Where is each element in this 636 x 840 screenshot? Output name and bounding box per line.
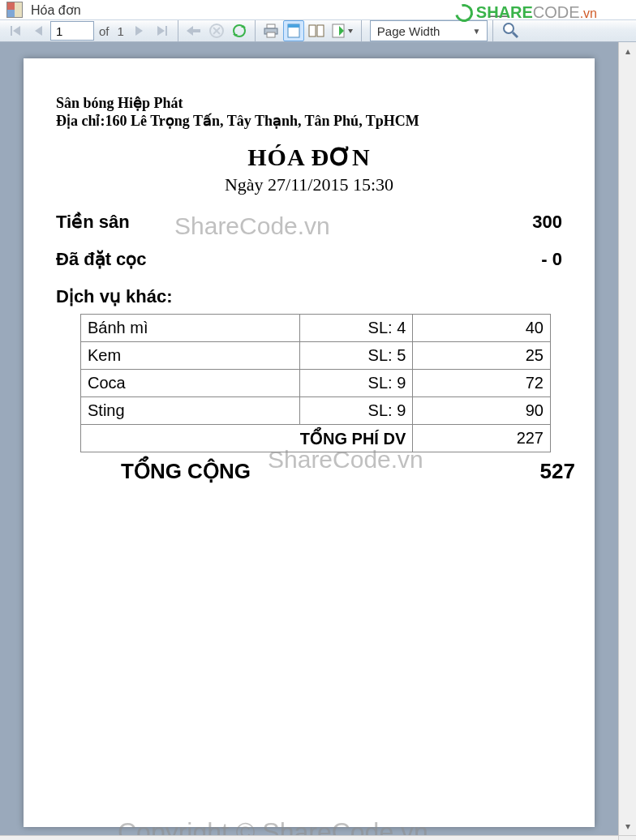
item-qty: SL: 9 [299, 397, 413, 425]
svg-rect-0 [11, 26, 12, 36]
services-table: Bánh mìSL: 440KemSL: 525CocaSL: 972Sting… [80, 314, 551, 452]
item-name: Sting [81, 397, 300, 425]
scroll-left-icon[interactable]: ◂ [0, 836, 18, 840]
svg-rect-20 [317, 25, 324, 36]
svg-rect-16 [267, 32, 275, 37]
horizontal-scrollbar[interactable]: ◂ ▸ [0, 835, 636, 840]
deposit-label: Đã đặt cọc [56, 249, 147, 270]
window-title: Hóa đơn [31, 2, 81, 18]
zoom-combo[interactable]: Page Width ▼ [370, 20, 488, 41]
last-page-button[interactable] [152, 20, 173, 41]
invoice-title: HÓA ĐƠN [56, 143, 562, 171]
print-button[interactable] [260, 20, 281, 41]
svg-rect-14 [267, 24, 275, 28]
item-qty: SL: 5 [299, 342, 413, 370]
table-row: StingSL: 990 [81, 397, 551, 425]
back-button[interactable] [183, 20, 204, 41]
item-name: Bánh mì [81, 315, 300, 342]
report-viewer: Sân bóng Hiệp Phát Địa chỉ:160 Lê Trọng … [0, 42, 636, 835]
field-fee-row: Tiền sân 300 [56, 212, 562, 233]
export-button[interactable] [329, 20, 356, 41]
item-amount: 40 [413, 315, 551, 342]
grand-total-row: TỔNG CỘNG 527 [121, 459, 575, 484]
app-icon [6, 2, 23, 18]
venue-name: Sân bóng Hiệp Phát [56, 94, 562, 112]
venue-address: Địa chỉ:160 Lê Trọng Tấn, Tây Thạnh, Tân… [56, 112, 562, 130]
item-name: Coca [81, 370, 300, 397]
deposit-value: - 0 [541, 249, 562, 270]
svg-marker-23 [348, 29, 353, 33]
item-amount: 90 [413, 397, 551, 425]
item-qty: SL: 9 [299, 370, 413, 397]
svg-rect-18 [288, 24, 299, 28]
vertical-scrollbar[interactable]: ▴ ▾ [618, 42, 636, 835]
service-total-value: 227 [413, 425, 551, 452]
scroll-up-icon[interactable]: ▴ [619, 42, 636, 60]
svg-line-25 [513, 32, 518, 37]
item-name: Kem [81, 342, 300, 370]
svg-marker-1 [13, 26, 20, 36]
item-amount: 25 [413, 342, 551, 370]
window-titlebar: Hóa đơn — SHARECODE.vn [0, 0, 636, 19]
svg-rect-5 [165, 26, 167, 36]
svg-rect-7 [193, 29, 200, 32]
of-label: of [96, 24, 113, 38]
zoom-combo-label: Page Width [377, 24, 440, 38]
table-row: Bánh mìSL: 440 [81, 315, 551, 342]
grand-total-label: TỔNG CỘNG [121, 459, 251, 484]
services-label: Dịch vụ khác: [56, 286, 562, 307]
svg-marker-6 [187, 26, 193, 36]
service-total-row: TỔNG PHÍ DV227 [81, 425, 551, 452]
refresh-button[interactable] [229, 20, 250, 41]
item-qty: SL: 4 [299, 315, 413, 342]
chevron-down-icon: ▼ [472, 27, 480, 36]
separator [255, 20, 256, 41]
prev-page-button[interactable] [28, 20, 49, 41]
svg-marker-3 [135, 26, 143, 36]
next-page-button[interactable] [129, 20, 150, 41]
table-row: KemSL: 525 [81, 342, 551, 370]
separator [178, 20, 178, 41]
invoice-date: Ngày 27/11/2015 15:30 [56, 174, 562, 195]
svg-marker-4 [157, 26, 165, 36]
scroll-track[interactable] [18, 836, 600, 840]
deposit-row: Đã đặt cọc - 0 [56, 249, 562, 270]
scroll-corner [618, 836, 636, 840]
sharecode-watermark-logo: SHARECODE.vn [455, 3, 597, 22]
field-fee-value: 300 [532, 212, 562, 233]
swirl-icon [452, 0, 476, 24]
service-total-label: TỔNG PHÍ DV [81, 425, 413, 452]
svg-marker-2 [35, 26, 42, 36]
page-setup-button[interactable] [306, 20, 327, 41]
report-toolbar: of 1 Page Width ▼ [0, 19, 636, 42]
current-page-input[interactable] [50, 21, 94, 41]
table-row: CocaSL: 972 [81, 370, 551, 397]
svg-rect-19 [309, 25, 316, 36]
print-layout-button[interactable] [283, 20, 304, 41]
separator [361, 20, 362, 41]
field-fee-label: Tiền sân [56, 212, 130, 233]
stop-button[interactable] [206, 20, 227, 41]
first-page-button[interactable] [5, 20, 26, 41]
report-canvas[interactable]: Sân bóng Hiệp Phát Địa chỉ:160 Lê Trọng … [0, 42, 618, 835]
scroll-down-icon[interactable]: ▾ [619, 817, 636, 835]
scroll-track[interactable] [619, 60, 636, 817]
item-amount: 72 [413, 370, 551, 397]
total-pages: 1 [114, 24, 127, 38]
scroll-right-icon[interactable]: ▸ [600, 836, 618, 840]
grand-total-value: 527 [540, 459, 575, 484]
invoice-page: Sân bóng Hiệp Phát Địa chỉ:160 Lê Trọng … [24, 58, 595, 827]
